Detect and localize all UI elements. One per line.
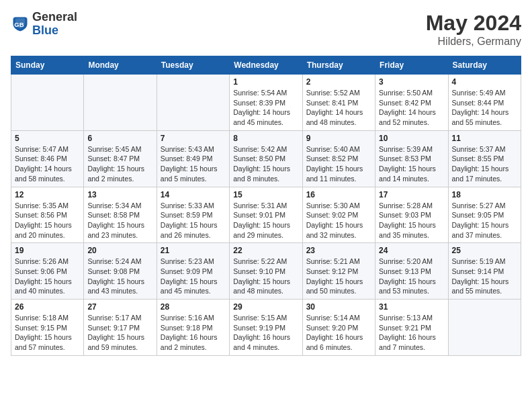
day-number: 17	[379, 190, 444, 199]
day-number: 20	[87, 246, 152, 255]
day-number: 10	[379, 134, 444, 143]
day-number: 1	[233, 77, 298, 87]
day-number: 3	[379, 77, 444, 87]
weekday-header-thursday: Thursday	[302, 56, 375, 75]
weekday-header-friday: Friday	[375, 56, 448, 75]
page-header: GB General Blue May 2024 Hilders, German…	[11, 11, 521, 48]
day-info: Sunrise: 5:18 AM Sunset: 9:15 PM Dayligh…	[15, 313, 80, 353]
calendar-cell	[448, 300, 521, 356]
day-number: 25	[452, 246, 517, 255]
day-number: 21	[161, 246, 226, 255]
day-number: 11	[452, 134, 517, 143]
calendar-cell: 27Sunrise: 5:17 AM Sunset: 9:17 PM Dayli…	[84, 300, 157, 356]
day-info: Sunrise: 5:20 AM Sunset: 9:13 PM Dayligh…	[379, 257, 444, 296]
calendar-week-row: 12Sunrise: 5:35 AM Sunset: 8:56 PM Dayli…	[11, 187, 521, 243]
calendar-cell: 2Sunrise: 5:52 AM Sunset: 8:41 PM Daylig…	[302, 75, 375, 131]
calendar-cell	[84, 75, 157, 131]
calendar-cell: 30Sunrise: 5:14 AM Sunset: 9:20 PM Dayli…	[302, 300, 375, 356]
day-number: 28	[161, 302, 226, 312]
day-info: Sunrise: 5:43 AM Sunset: 8:49 PM Dayligh…	[161, 144, 226, 184]
day-info: Sunrise: 5:47 AM Sunset: 8:46 PM Dayligh…	[15, 144, 80, 184]
calendar-cell: 19Sunrise: 5:26 AM Sunset: 9:06 PM Dayli…	[11, 243, 84, 300]
calendar-cell: 9Sunrise: 5:40 AM Sunset: 8:52 PM Daylig…	[302, 130, 375, 187]
day-info: Sunrise: 5:54 AM Sunset: 8:39 PM Dayligh…	[233, 88, 298, 128]
day-number: 16	[306, 190, 371, 199]
day-number: 22	[233, 246, 298, 255]
day-number: 19	[15, 246, 80, 255]
calendar-cell: 8Sunrise: 5:42 AM Sunset: 8:50 PM Daylig…	[230, 130, 302, 187]
calendar-cell: 16Sunrise: 5:30 AM Sunset: 9:02 PM Dayli…	[302, 187, 375, 243]
day-info: Sunrise: 5:27 AM Sunset: 9:05 PM Dayligh…	[452, 201, 517, 240]
day-number: 13	[87, 190, 152, 199]
day-number: 2	[306, 77, 371, 87]
calendar-cell: 26Sunrise: 5:18 AM Sunset: 9:15 PM Dayli…	[11, 300, 84, 356]
day-info: Sunrise: 5:13 AM Sunset: 9:21 PM Dayligh…	[379, 313, 444, 353]
svg-text:GB: GB	[14, 20, 24, 28]
day-info: Sunrise: 5:22 AM Sunset: 9:10 PM Dayligh…	[233, 257, 298, 296]
calendar-cell	[11, 75, 84, 131]
weekday-header-tuesday: Tuesday	[157, 56, 229, 75]
day-number: 29	[233, 302, 298, 312]
day-number: 9	[306, 134, 371, 143]
day-info: Sunrise: 5:24 AM Sunset: 9:08 PM Dayligh…	[87, 257, 152, 296]
calendar-cell: 1Sunrise: 5:54 AM Sunset: 8:39 PM Daylig…	[230, 75, 302, 131]
calendar-cell: 4Sunrise: 5:49 AM Sunset: 8:44 PM Daylig…	[448, 75, 521, 131]
calendar-cell: 15Sunrise: 5:31 AM Sunset: 9:01 PM Dayli…	[230, 187, 302, 243]
day-number: 23	[306, 246, 371, 255]
calendar-cell: 17Sunrise: 5:28 AM Sunset: 9:03 PM Dayli…	[375, 187, 448, 243]
calendar-cell: 25Sunrise: 5:19 AM Sunset: 9:14 PM Dayli…	[448, 243, 521, 300]
calendar-week-row: 5Sunrise: 5:47 AM Sunset: 8:46 PM Daylig…	[11, 130, 521, 187]
title-block: May 2024 Hilders, Germany	[426, 11, 521, 48]
logo: GB General Blue	[11, 11, 77, 38]
day-number: 4	[452, 77, 517, 87]
day-info: Sunrise: 5:28 AM Sunset: 9:03 PM Dayligh…	[379, 201, 444, 240]
calendar-cell	[157, 75, 229, 131]
day-info: Sunrise: 5:30 AM Sunset: 9:02 PM Dayligh…	[306, 201, 371, 240]
day-info: Sunrise: 5:39 AM Sunset: 8:53 PM Dayligh…	[379, 144, 444, 184]
day-number: 5	[15, 134, 80, 143]
calendar-week-row: 19Sunrise: 5:26 AM Sunset: 9:06 PM Dayli…	[11, 243, 521, 300]
calendar-cell: 10Sunrise: 5:39 AM Sunset: 8:53 PM Dayli…	[375, 130, 448, 187]
day-info: Sunrise: 5:14 AM Sunset: 9:20 PM Dayligh…	[306, 313, 371, 353]
day-number: 27	[87, 302, 152, 312]
day-number: 14	[161, 190, 226, 199]
day-info: Sunrise: 5:33 AM Sunset: 8:59 PM Dayligh…	[161, 201, 226, 240]
day-number: 8	[233, 134, 298, 143]
day-number: 26	[15, 302, 80, 312]
calendar-cell: 12Sunrise: 5:35 AM Sunset: 8:56 PM Dayli…	[11, 187, 84, 243]
weekday-header-sunday: Sunday	[11, 56, 84, 75]
calendar-week-row: 1Sunrise: 5:54 AM Sunset: 8:39 PM Daylig…	[11, 75, 521, 131]
day-info: Sunrise: 5:16 AM Sunset: 9:18 PM Dayligh…	[161, 313, 226, 353]
day-info: Sunrise: 5:45 AM Sunset: 8:47 PM Dayligh…	[87, 144, 152, 184]
logo-icon: GB	[11, 15, 30, 34]
day-info: Sunrise: 5:37 AM Sunset: 8:55 PM Dayligh…	[452, 144, 517, 184]
calendar-cell: 24Sunrise: 5:20 AM Sunset: 9:13 PM Dayli…	[375, 243, 448, 300]
day-info: Sunrise: 5:40 AM Sunset: 8:52 PM Dayligh…	[306, 144, 371, 184]
day-info: Sunrise: 5:26 AM Sunset: 9:06 PM Dayligh…	[15, 257, 80, 296]
weekday-header-saturday: Saturday	[448, 56, 521, 75]
day-info: Sunrise: 5:19 AM Sunset: 9:14 PM Dayligh…	[452, 257, 517, 296]
day-info: Sunrise: 5:52 AM Sunset: 8:41 PM Dayligh…	[306, 88, 371, 128]
calendar-cell: 5Sunrise: 5:47 AM Sunset: 8:46 PM Daylig…	[11, 130, 84, 187]
calendar-cell: 11Sunrise: 5:37 AM Sunset: 8:55 PM Dayli…	[448, 130, 521, 187]
day-info: Sunrise: 5:49 AM Sunset: 8:44 PM Dayligh…	[452, 88, 517, 128]
calendar-cell: 13Sunrise: 5:34 AM Sunset: 8:58 PM Dayli…	[84, 187, 157, 243]
day-info: Sunrise: 5:17 AM Sunset: 9:17 PM Dayligh…	[87, 313, 152, 353]
calendar-cell: 23Sunrise: 5:21 AM Sunset: 9:12 PM Dayli…	[302, 243, 375, 300]
day-info: Sunrise: 5:50 AM Sunset: 8:42 PM Dayligh…	[379, 88, 444, 128]
calendar-cell: 29Sunrise: 5:15 AM Sunset: 9:19 PM Dayli…	[230, 300, 302, 356]
calendar-week-row: 26Sunrise: 5:18 AM Sunset: 9:15 PM Dayli…	[11, 300, 521, 356]
day-info: Sunrise: 5:34 AM Sunset: 8:58 PM Dayligh…	[87, 201, 152, 240]
day-info: Sunrise: 5:35 AM Sunset: 8:56 PM Dayligh…	[15, 201, 80, 240]
day-number: 31	[379, 302, 444, 312]
day-number: 7	[161, 134, 226, 143]
day-number: 24	[379, 246, 444, 255]
day-info: Sunrise: 5:21 AM Sunset: 9:12 PM Dayligh…	[306, 257, 371, 296]
day-number: 15	[233, 190, 298, 199]
day-info: Sunrise: 5:15 AM Sunset: 9:19 PM Dayligh…	[233, 313, 298, 353]
calendar-cell: 28Sunrise: 5:16 AM Sunset: 9:18 PM Dayli…	[157, 300, 229, 356]
day-number: 12	[15, 190, 80, 199]
calendar-cell: 7Sunrise: 5:43 AM Sunset: 8:49 PM Daylig…	[157, 130, 229, 187]
calendar-cell: 22Sunrise: 5:22 AM Sunset: 9:10 PM Dayli…	[230, 243, 302, 300]
calendar-cell: 20Sunrise: 5:24 AM Sunset: 9:08 PM Dayli…	[84, 243, 157, 300]
